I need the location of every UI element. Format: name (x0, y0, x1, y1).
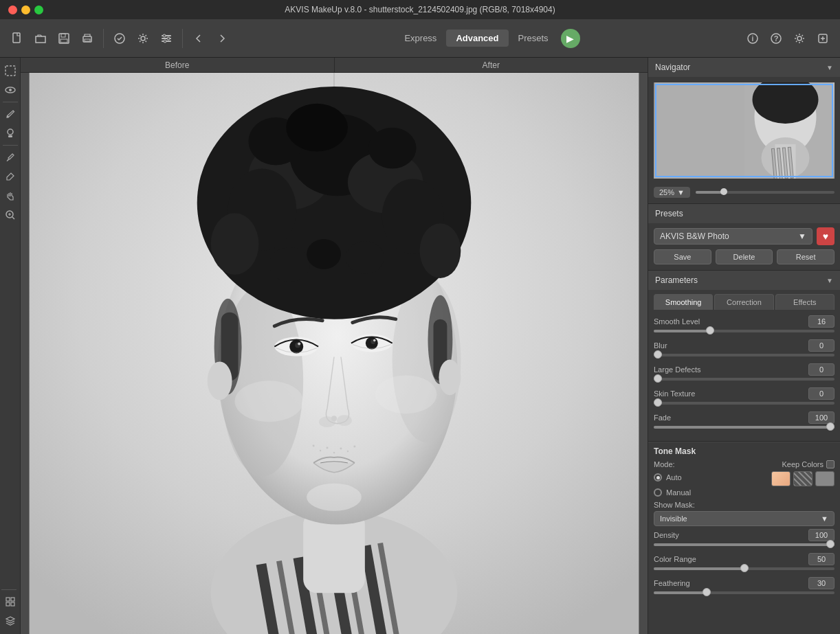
color-range-value[interactable]: 50 (808, 553, 835, 565)
smooth-level-label: Smooth Level 16 (654, 315, 835, 328)
svg-rect-25 (8, 135, 12, 137)
settings1-icon[interactable] (133, 28, 153, 49)
help-icon[interactable]: ? (766, 28, 786, 49)
svg-point-23 (7, 116, 9, 118)
svg-point-53 (420, 223, 461, 278)
mode-label: Mode: (654, 460, 675, 468)
keep-colors-checkbox[interactable] (826, 460, 835, 468)
select-tool[interactable] (1, 62, 19, 80)
save-preset-button[interactable]: Save (654, 249, 711, 264)
print-icon[interactable] (77, 28, 98, 49)
tab-smoothing[interactable]: Smoothing (654, 294, 713, 310)
zoom-slider[interactable] (696, 191, 835, 194)
feathering-slider[interactable] (654, 591, 835, 594)
fade-slider[interactable] (654, 426, 835, 429)
skin-texture-slider[interactable] (654, 402, 835, 405)
tool-separator3 (1, 589, 16, 590)
titlebar: AKVIS MakeUp v.8.0 - shutterstock_212450… (0, 0, 840, 19)
reset-preset-button[interactable]: Reset (777, 249, 835, 264)
skin-texture-value[interactable]: 0 (808, 387, 835, 400)
large-defects-value[interactable]: 0 (808, 363, 835, 376)
blur-slider[interactable] (654, 354, 835, 356)
window-controls[interactable] (8, 5, 43, 14)
presets-section: Presets AKVIS B&W Photo ▼ ♥ Save Delete … (648, 204, 840, 271)
tone-mask-section: Tone Mask Mode: Keep Colors Auto (648, 442, 840, 605)
zoom-row: 25% ▼ (648, 184, 840, 203)
tab-express[interactable]: Express (395, 30, 446, 47)
right-panel: Navigator ▼ (648, 58, 840, 634)
maximize-button[interactable] (34, 5, 43, 14)
batch-icon[interactable] (109, 28, 130, 49)
svg-rect-27 (6, 598, 10, 601)
hatched-swatch[interactable] (793, 471, 813, 486)
new-document-icon[interactable] (7, 28, 27, 49)
tab-presets[interactable]: Presets (509, 30, 558, 47)
zoom-level[interactable]: 25% ▼ (654, 187, 690, 198)
svg-point-81 (320, 450, 321, 451)
save-file-icon[interactable] (54, 28, 74, 49)
navigator-thumbnail (654, 82, 835, 179)
grid-tool[interactable] (1, 593, 19, 611)
svg-point-78 (235, 381, 304, 422)
dropper-tool[interactable] (1, 148, 19, 166)
bottom-tools (1, 588, 19, 630)
density-row: Density 100 (654, 529, 835, 546)
tab-correction[interactable]: Correction (714, 294, 773, 310)
large-defects-slider[interactable] (654, 378, 835, 381)
close-button[interactable] (8, 5, 17, 14)
feathering-row: Feathering 30 (654, 577, 835, 594)
svg-text:?: ? (774, 34, 779, 43)
tab-advanced[interactable]: Advanced (446, 30, 508, 47)
navigator-header[interactable]: Navigator ▼ (648, 58, 840, 77)
svg-text:i: i (752, 35, 754, 43)
forward-icon[interactable] (212, 28, 232, 49)
canvas-image[interactable] (21, 73, 648, 634)
tab-effects[interactable]: Effects (775, 294, 835, 310)
color-range-slider[interactable] (654, 567, 835, 570)
show-mask-select[interactable]: Invisible ▼ (654, 511, 835, 526)
blur-value[interactable]: 0 (808, 339, 835, 352)
brush-tool[interactable] (1, 105, 19, 123)
keep-colors-label: Keep Colors (782, 460, 824, 468)
preset-chevron: ▼ (798, 231, 806, 241)
skin-swatch[interactable] (771, 471, 791, 486)
zoom-chevron: ▼ (677, 188, 685, 196)
zoom-tool[interactable] (1, 206, 19, 224)
back-icon[interactable] (188, 28, 209, 49)
svg-point-75 (307, 484, 362, 511)
preset-buttons: Save Delete Reset (648, 249, 840, 270)
parameters-header[interactable]: Parameters ▼ (648, 271, 840, 290)
gear-icon[interactable] (789, 28, 810, 49)
layers-tool[interactable] (1, 612, 19, 630)
svg-point-76 (208, 361, 232, 400)
delete-preset-button[interactable]: Delete (716, 249, 773, 264)
auto-radio[interactable] (654, 473, 662, 482)
density-slider[interactable] (654, 543, 835, 546)
toolbar: Express Advanced Presets ▶ i ? (0, 19, 840, 58)
smooth-level-value[interactable]: 16 (808, 315, 835, 328)
settings2-icon[interactable] (156, 28, 177, 49)
plugin-icon[interactable] (813, 28, 833, 49)
info-icon[interactable]: i (742, 28, 763, 49)
favorite-button[interactable]: ♥ (817, 227, 835, 245)
smooth-level-slider[interactable] (654, 330, 835, 332)
svg-point-84 (340, 447, 342, 449)
feathering-value[interactable]: 30 (808, 577, 835, 589)
svg-point-86 (353, 446, 355, 448)
svg-rect-20 (5, 66, 15, 76)
open-file-icon[interactable] (30, 28, 51, 49)
parameters-section: Parameters ▼ Smoothing Correction Effect… (648, 271, 840, 442)
skin-texture-row: Skin Texture 0 (654, 387, 835, 405)
svg-rect-5 (85, 39, 90, 41)
svg-point-57 (269, 247, 310, 282)
manual-radio[interactable] (654, 488, 662, 497)
eraser-tool[interactable] (1, 168, 19, 185)
stamp-tool[interactable] (1, 124, 19, 142)
dark-swatch[interactable] (815, 471, 835, 486)
eye-tool[interactable] (1, 81, 19, 99)
preset-select[interactable]: AKVIS B&W Photo ▼ (654, 228, 813, 245)
auto-label: Auto (666, 473, 682, 482)
play-button[interactable]: ▶ (561, 29, 580, 48)
hand-tool[interactable] (1, 187, 19, 205)
minimize-button[interactable] (21, 5, 30, 14)
